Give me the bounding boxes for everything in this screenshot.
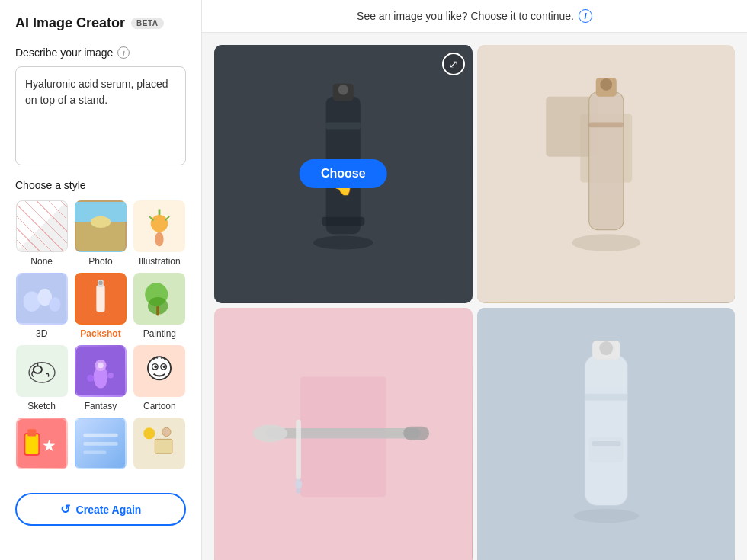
image-3-svg — [214, 308, 473, 561]
style-item-painting[interactable]: Painting — [133, 273, 186, 339]
svg-point-10 — [23, 292, 40, 312]
style-item-extra2[interactable] — [74, 418, 127, 473]
style-thumb-illustration — [133, 200, 185, 252]
image-card-2[interactable] — [477, 45, 736, 303]
style-item-extra3[interactable] — [133, 418, 186, 473]
svg-point-76 — [599, 341, 613, 355]
style-label-sketch: Sketch — [27, 401, 56, 411]
svg-rect-20 — [157, 306, 160, 315]
top-bar-info-icon[interactable]: i — [579, 9, 592, 23]
style-item-packshot[interactable]: Packshot — [74, 273, 127, 339]
style-thumb-cartoon — [133, 345, 185, 397]
style-item-none[interactable]: None — [15, 200, 68, 267]
svg-point-4 — [151, 215, 168, 232]
style-thumb-sketch — [16, 345, 68, 397]
svg-point-80 — [573, 509, 639, 523]
style-thumb-packshot — [75, 273, 127, 325]
svg-point-71 — [295, 478, 302, 489]
svg-point-29 — [87, 375, 94, 382]
image-card-3[interactable] — [214, 308, 473, 561]
style-label-painting: Painting — [143, 328, 176, 339]
svg-text:★: ★ — [42, 437, 56, 454]
svg-point-62 — [600, 78, 612, 91]
svg-point-64 — [572, 234, 640, 251]
describe-label: Describe your image i — [15, 46, 186, 59]
image-card-1[interactable]: ⤢ Choose 👆 — [214, 45, 473, 303]
sidebar: AI Image Creator BETA Describe your imag… — [0, 0, 202, 560]
style-thumb-3d — [16, 273, 68, 325]
style-label-fantasy: Fantasy — [85, 401, 117, 411]
painting-thumb-svg — [135, 274, 184, 323]
style-label-illustration: Illustration — [139, 256, 181, 267]
image-description-textarea[interactable]: Hyaluronic acid serum, placed on top of … — [15, 66, 186, 165]
svg-point-56 — [313, 235, 374, 249]
svg-point-16 — [98, 280, 103, 285]
style-thumb-fantasy — [75, 345, 127, 397]
svg-rect-39 — [27, 429, 36, 436]
svg-rect-78 — [588, 437, 623, 462]
expand-icon-1[interactable]: ⤢ — [442, 53, 465, 75]
style-grid: None Photo — [15, 200, 186, 473]
svg-rect-63 — [588, 123, 623, 128]
packshot-thumb-svg — [76, 274, 125, 323]
fantasy-thumb-svg — [76, 347, 125, 395]
svg-rect-69 — [403, 426, 429, 440]
style-item-3d[interactable]: 3D — [15, 273, 68, 339]
extra2-thumb-svg — [76, 419, 125, 468]
svg-rect-77 — [585, 393, 627, 400]
style-label-none: None — [30, 256, 53, 267]
style-label-cartoon: Cartoon — [143, 401, 176, 411]
beta-badge: BETA — [131, 18, 163, 29]
svg-point-2 — [91, 216, 111, 228]
svg-rect-14 — [96, 285, 104, 312]
style-label-3d: 3D — [36, 328, 47, 339]
style-item-illustration[interactable]: Illustration — [133, 200, 186, 267]
image-2-svg — [477, 45, 736, 303]
style-item-extra1[interactable]: ★ — [15, 418, 68, 473]
svg-rect-60 — [588, 92, 623, 230]
choose-button-1[interactable]: Choose — [300, 159, 387, 188]
style-thumb-painting — [133, 273, 185, 325]
svg-point-47 — [144, 427, 155, 439]
svg-point-53 — [338, 85, 348, 95]
style-thumb-photo — [75, 200, 127, 252]
svg-rect-52 — [333, 84, 354, 101]
illustration-thumb-svg — [135, 202, 184, 251]
style-label-photo: Photo — [88, 256, 112, 267]
svg-rect-74 — [585, 355, 627, 505]
svg-point-35 — [155, 365, 158, 368]
style-thumb-extra1: ★ — [16, 418, 68, 469]
svg-rect-67 — [266, 427, 421, 438]
describe-info-icon[interactable]: i — [117, 46, 130, 59]
svg-point-68 — [253, 424, 287, 442]
extra1-thumb-svg: ★ — [18, 419, 66, 468]
style-section-label: Choose a style — [15, 179, 186, 191]
style-item-cartoon[interactable]: Cartoon — [133, 345, 186, 411]
svg-rect-44 — [83, 442, 117, 446]
create-again-button[interactable]: ↺ Create Again — [15, 493, 186, 526]
style-item-sketch[interactable]: Sketch — [15, 345, 68, 411]
style-item-fantasy[interactable]: Fantasy — [74, 345, 127, 411]
sidebar-header: AI Image Creator BETA — [15, 15, 186, 31]
style-label-packshot: Packshot — [80, 328, 120, 339]
style-thumb-none — [16, 200, 68, 252]
top-bar: See an image you like? Choose it to cont… — [202, 0, 747, 33]
top-bar-text: See an image you like? Choose it to cont… — [357, 10, 574, 22]
main-content: See an image you like? Choose it to cont… — [202, 0, 747, 560]
svg-point-72 — [296, 488, 301, 493]
svg-rect-45 — [83, 450, 106, 454]
svg-rect-43 — [83, 434, 117, 437]
photo-thumb-svg — [76, 202, 125, 251]
svg-rect-48 — [155, 439, 173, 453]
style-item-photo[interactable]: Photo — [74, 200, 127, 267]
images-grid: ⤢ Choose 👆 — [202, 33, 747, 560]
svg-rect-54 — [322, 217, 364, 226]
svg-point-12 — [49, 297, 60, 312]
svg-rect-55 — [326, 123, 361, 130]
svg-rect-79 — [592, 440, 620, 446]
extra3-thumb-svg — [135, 419, 184, 468]
image-card-4[interactable] — [477, 308, 736, 561]
sketch-thumb-svg — [18, 347, 66, 395]
svg-rect-70 — [296, 419, 301, 479]
style-thumb-extra2 — [75, 418, 127, 469]
